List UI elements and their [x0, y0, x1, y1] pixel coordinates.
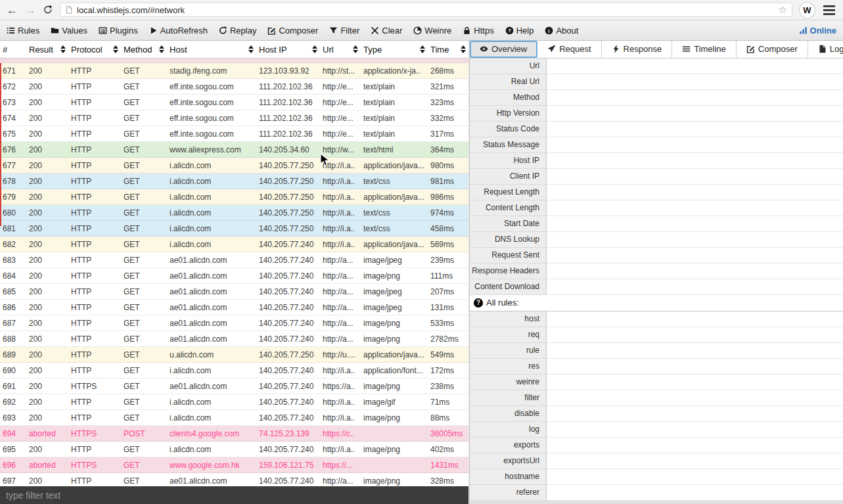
reload-icon[interactable] [43, 5, 53, 14]
request-row-672[interactable]: 672200HTTPGETeff.inte.sogou.com111.202.1… [0, 79, 468, 95]
cell-host: clients4.google.com [167, 429, 256, 438]
request-row-694[interactable]: 694abortedHTTPSPOSTclients4.google.com74… [0, 426, 468, 442]
request-row-696[interactable]: 696abortedHTTPSGETwww.google.com.hk159.1… [0, 457, 468, 473]
cell-type: application/java... [361, 240, 428, 249]
menu-item-plugins[interactable]: Plugins [99, 26, 138, 35]
sort-icon [159, 45, 164, 53]
menu-item-help[interactable]: ?Help [505, 26, 534, 35]
overview-field-response-headers: Response Headers [470, 263, 843, 279]
request-row-681[interactable]: 681200HTTPGETi.alicdn.com140.205.77.250h… [0, 221, 468, 237]
field-value [547, 122, 843, 137]
cell-time: 402ms [428, 445, 468, 454]
cell-protocol: HTTP [68, 161, 121, 170]
request-row-679[interactable]: 679200HTTPGETi.alicdn.com140.205.77.250h… [0, 189, 468, 205]
cell-url: http://a... [320, 334, 361, 344]
cell-url: http://e... [320, 114, 361, 123]
cell-host: i.alicdn.com [167, 413, 256, 423]
menu-item-composer[interactable]: Composer [267, 26, 318, 35]
address-bar[interactable]: local.whistlejs.com/#network ☆ [60, 3, 792, 17]
request-row-692[interactable]: 692200HTTPGETi.alicdn.com140.205.77.240h… [0, 394, 468, 410]
cell-time: 71ms [428, 398, 468, 407]
cell-hostip: 140.205.77.240 [256, 303, 320, 312]
request-row-691[interactable]: 691200HTTPSGETae01.alicdn.com140.205.77.… [0, 378, 468, 394]
request-row-688[interactable]: 688200HTTPGETae01.alicdn.com140.205.77.2… [0, 331, 468, 347]
request-row-687[interactable]: 687200HTTPGETae01.alicdn.com140.205.77.2… [0, 315, 468, 331]
request-row-677[interactable]: 677200HTTPGETi.alicdn.com140.205.77.250h… [0, 158, 468, 173]
col-header-host[interactable]: Host [167, 41, 256, 58]
menu-item-https[interactable]: Https [463, 26, 493, 35]
rule-field-exportsurl: exportsUrl [470, 453, 843, 469]
field-value [547, 343, 843, 359]
folder-icon [51, 26, 59, 35]
filter-input[interactable] [0, 486, 468, 504]
tab-composer[interactable]: Composer [737, 41, 808, 58]
cell-result: 200 [26, 208, 68, 218]
menu-item-rules[interactable]: Rules [7, 26, 39, 35]
cell-hostip: 159.106.121.75 [256, 461, 320, 470]
tab-log[interactable]: Log [808, 41, 843, 58]
online-label: Online [810, 26, 836, 35]
request-row-678[interactable]: 678200HTTPGETi.alicdn.com140.205.77.250h… [0, 173, 468, 189]
field-label: Url [470, 58, 547, 74]
col-header-url[interactable]: Url [320, 41, 361, 58]
menu-item-replay[interactable]: Replay [219, 26, 256, 35]
menu-item-clear[interactable]: Clear [371, 26, 402, 35]
panel-hscroll-track[interactable] [470, 501, 843, 504]
cell-method: GET [121, 334, 167, 344]
cell-result: 200 [26, 271, 68, 281]
cell-time: 111ms [428, 271, 468, 281]
cell-id: 697 [0, 476, 26, 486]
request-row-690[interactable]: 690200HTTPGETi.alicdn.com140.205.77.240h… [0, 363, 468, 378]
whistle-extension-icon[interactable]: W [800, 3, 815, 18]
forward-arrow-icon[interactable]: → [25, 5, 36, 16]
star-icon[interactable]: ☆ [779, 4, 787, 16]
col-header-time[interactable]: Time [428, 41, 468, 58]
request-row-674[interactable]: 674200HTTPGETeff.inte.sogou.com111.202.1… [0, 110, 468, 126]
request-row-675[interactable]: 675200HTTPGETeff.inte.sogou.com111.202.1… [0, 126, 468, 142]
cell-protocol: HTTP [68, 256, 121, 265]
browser-menu-icon[interactable] [822, 4, 836, 16]
cell-host: ae01.alicdn.com [167, 319, 256, 328]
cell-url: http://i.a.. [320, 193, 361, 202]
request-row-686[interactable]: 686200HTTPGETae01.alicdn.com140.205.77.2… [0, 300, 468, 315]
request-row-671[interactable]: 671200HTTPGETstadig.ifeng.com123.103.93.… [0, 63, 468, 79]
tab-timeline[interactable]: Timeline [672, 41, 737, 58]
menu-item-about[interactable]: iAbout [545, 26, 578, 35]
cell-time: 981ms [428, 177, 468, 186]
request-row-684[interactable]: 684200HTTPGETae01.alicdn.com140.205.77.2… [0, 268, 468, 284]
request-row-695[interactable]: 695200HTTPGETi.alicdn.com140.205.77.240h… [0, 442, 468, 457]
field-label: host [470, 311, 547, 327]
field-value [547, 137, 843, 153]
col-header-type[interactable]: Type [361, 41, 428, 58]
request-row-682[interactable]: 682200HTTPGETi.alicdn.com140.205.77.240h… [0, 237, 468, 252]
request-row-683[interactable]: 683200HTTPGETae01.alicdn.com140.205.77.2… [0, 252, 468, 268]
cell-method: GET [121, 350, 167, 359]
plugins-icon [99, 26, 107, 35]
compose-icon [746, 45, 755, 53]
col-header-protocol[interactable]: Protocol [68, 41, 121, 58]
request-row-693[interactable]: 693200HTTPGETi.alicdn.com140.205.77.240h… [0, 410, 468, 426]
request-row-676[interactable]: 676200HTTPGETwww.aliexpress.com140.205.3… [0, 142, 468, 158]
tab-overview[interactable]: Overview [470, 41, 537, 58]
tab-response[interactable]: Response [602, 41, 673, 58]
cell-hostip: 140.205.77.240 [256, 240, 320, 249]
request-row-680[interactable]: 680200HTTPGETi.alicdn.com140.205.77.250h… [0, 205, 468, 221]
tab-request[interactable]: Request [537, 41, 601, 58]
scroll-indicator-stripe [0, 63, 1, 226]
cell-url: http://a... [320, 303, 361, 312]
request-row-689[interactable]: 689200HTTPGETu.alicdn.com140.205.77.250h… [0, 347, 468, 363]
back-arrow-icon[interactable]: ← [7, 5, 18, 16]
menu-item-values[interactable]: Values [51, 26, 87, 35]
request-row-685[interactable]: 685200HTTPGETae01.alicdn.com140.205.77.2… [0, 284, 468, 300]
col-header-method[interactable]: Method [121, 41, 167, 58]
field-label: Request Sent [470, 248, 547, 263]
col-header-result[interactable]: Result [26, 41, 68, 58]
menu-item-autorefresh[interactable]: AutoRefresh [149, 26, 208, 35]
menu-item-weinre[interactable]: Weinre [413, 26, 451, 35]
rule-field-res: res [470, 359, 843, 375]
col-header-host-ip[interactable]: Host IP [256, 41, 320, 58]
cell-type: image/gif [361, 398, 428, 407]
menu-item-filter[interactable]: Filter [329, 26, 359, 35]
cell-time: 88ms [428, 413, 468, 423]
request-row-673[interactable]: 673200HTTPGETeff.inte.sogou.com111.202.1… [0, 95, 468, 110]
